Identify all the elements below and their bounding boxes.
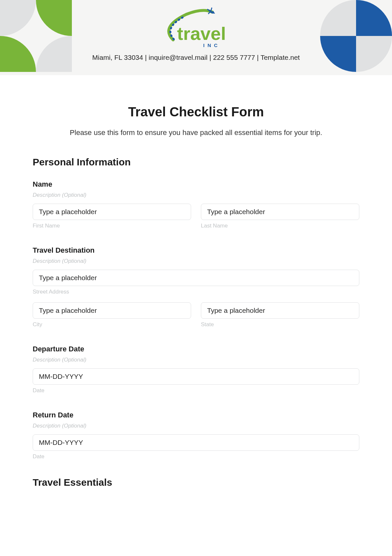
first-name-placeholder: Type a placeholder [39, 208, 97, 216]
city-input[interactable]: Type a placeholder [33, 302, 191, 319]
desc-name: Description (Optional) [33, 192, 359, 198]
departure-placeholder: MM-DD-YYYY [39, 373, 83, 380]
street-address-input[interactable]: Type a placeholder [33, 270, 359, 286]
desc-return: Description (Optional) [33, 423, 359, 429]
sublabel-return: Date [33, 453, 359, 460]
section-travel-essentials: Travel Essentials [33, 477, 359, 488]
logo: travel INC [154, 7, 238, 51]
decoration [0, 36, 36, 72]
header-band: travel INC Miami, FL 33034 | inquire@tra… [0, 0, 392, 75]
label-departure: Departure Date [33, 345, 359, 353]
last-name-placeholder: Type a placeholder [207, 208, 265, 216]
desc-destination: Description (Optional) [33, 258, 359, 264]
page-body: Travel Checklist Form Please use this fo… [0, 75, 392, 508]
decoration [356, 0, 392, 36]
return-placeholder: MM-DD-YYYY [39, 439, 83, 446]
desc-departure: Description (Optional) [33, 357, 359, 363]
first-name-input[interactable]: Type a placeholder [33, 204, 191, 220]
label-return: Return Date [33, 411, 359, 419]
decoration [0, 0, 36, 36]
last-name-input[interactable]: Type a placeholder [201, 204, 359, 220]
logo-main-text: travel [177, 23, 226, 44]
sublabel-last-name: Last Name [201, 223, 359, 229]
page-title: Travel Checklist Form [33, 105, 359, 119]
group-return: Return Date Description (Optional) MM-DD… [33, 411, 359, 460]
sublabel-state: State [201, 321, 359, 328]
sublabel-first-name: First Name [33, 223, 191, 229]
intro-text: Please use this form to ensure you have … [33, 128, 359, 137]
decoration [320, 0, 356, 36]
city-placeholder: Type a placeholder [39, 307, 97, 314]
departure-date-input[interactable]: MM-DD-YYYY [33, 368, 359, 385]
group-destination: Travel Destination Description (Optional… [33, 246, 359, 328]
logo-sub-text: INC [203, 42, 220, 48]
logo-svg: travel INC [154, 7, 238, 50]
contact-line: Miami, FL 33034 | inquire@travel.mail | … [92, 54, 300, 61]
decoration [320, 36, 356, 72]
decoration [356, 36, 392, 72]
decoration [36, 0, 72, 36]
state-placeholder: Type a placeholder [207, 307, 265, 314]
label-destination: Travel Destination [33, 246, 359, 255]
street-placeholder: Type a placeholder [39, 274, 97, 282]
sublabel-departure: Date [33, 387, 359, 394]
decoration [36, 36, 72, 72]
state-input[interactable]: Type a placeholder [201, 302, 359, 319]
label-name: Name [33, 180, 359, 189]
section-personal-info: Personal Information [33, 157, 359, 168]
group-name: Name Description (Optional) Type a place… [33, 180, 359, 229]
group-departure: Departure Date Description (Optional) MM… [33, 345, 359, 394]
sublabel-city: City [33, 321, 191, 328]
sublabel-street: Street Address [33, 289, 359, 295]
return-date-input[interactable]: MM-DD-YYYY [33, 434, 359, 451]
